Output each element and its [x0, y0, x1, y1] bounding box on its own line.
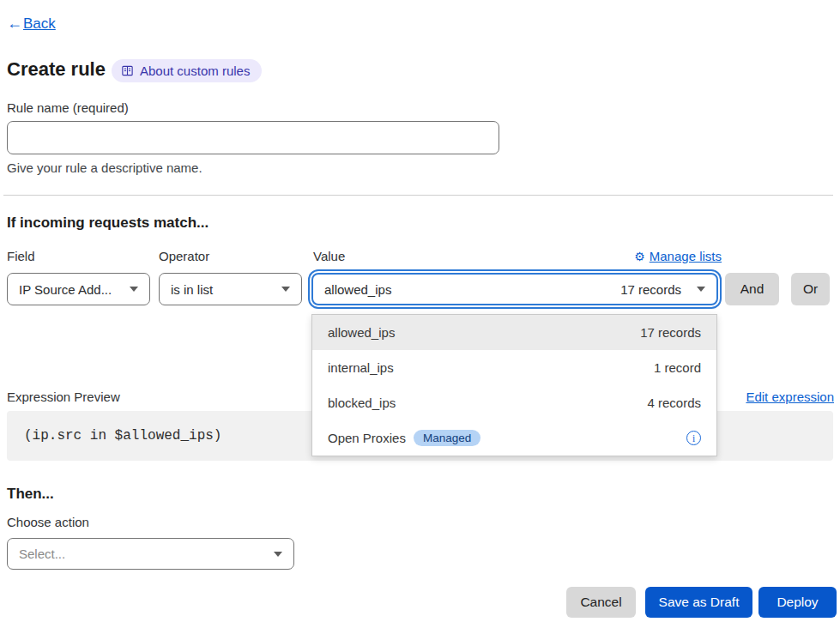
section-divider [3, 195, 833, 196]
manage-lists-link[interactable]: ⚙ Manage lists [566, 249, 722, 263]
value-dropdown-menu: allowed_ips 17 records internal_ips 1 re… [311, 314, 717, 456]
book-icon [121, 64, 134, 77]
expression-preview-label: Expression Preview [7, 389, 120, 404]
list-option-count: 4 records [647, 395, 701, 410]
list-option-count: 1 record [654, 360, 701, 375]
info-icon[interactable]: i [686, 431, 701, 445]
create-rule-page: ←Back Create rule About custom rules Rul… [0, 0, 840, 634]
save-as-draft-button[interactable]: Save as Draft [645, 587, 752, 618]
field-select[interactable]: IP Source Add... [7, 273, 150, 305]
cancel-button[interactable]: Cancel [566, 587, 636, 618]
list-option-name: allowed_ips [328, 325, 395, 340]
field-label: Field [7, 249, 35, 263]
rule-name-label: Rule name (required) [7, 100, 129, 115]
deploy-button[interactable]: Deploy [758, 587, 837, 618]
value-select-count: 17 records [620, 282, 681, 297]
list-option-open-proxies[interactable]: Open Proxies Managed i [312, 420, 716, 456]
manage-lists-label: Manage lists [650, 249, 722, 263]
operator-label: Operator [159, 249, 209, 263]
and-button[interactable]: And [725, 273, 779, 305]
list-option-count: 17 records [640, 325, 701, 340]
back-arrow-icon: ← [7, 15, 22, 33]
or-button[interactable]: Or [791, 273, 830, 305]
page-title: Create rule [7, 58, 106, 81]
about-badge-label: About custom rules [140, 63, 250, 78]
operator-select-value: is in list [171, 282, 213, 297]
value-select[interactable]: allowed_ips 17 records [311, 273, 718, 305]
back-link-label: Back [23, 15, 56, 33]
choose-action-label: Choose action [7, 515, 89, 529]
gear-icon: ⚙ [634, 250, 645, 263]
field-select-value: IP Source Add... [19, 282, 112, 297]
list-option-allowed-ips[interactable]: allowed_ips 17 records [312, 315, 716, 350]
expression-code: (ip.src in $allowed_ips) [24, 428, 221, 444]
then-section-heading: Then... [7, 486, 54, 503]
value-select-name: allowed_ips [324, 282, 391, 297]
chevron-down-icon [697, 287, 705, 292]
edit-expression-link[interactable]: Edit expression [704, 389, 834, 404]
list-option-name: Open Proxies [328, 431, 406, 445]
managed-badge: Managed [414, 430, 480, 446]
action-select-placeholder: Select... [19, 546, 65, 561]
rule-name-helper: Give your rule a descriptive name. [7, 160, 202, 175]
chevron-down-icon [281, 287, 290, 292]
list-option-blocked-ips[interactable]: blocked_ips 4 records [312, 385, 716, 420]
chevron-down-icon [274, 552, 282, 557]
match-section-heading: If incoming requests match... [7, 214, 208, 232]
rule-name-input[interactable] [7, 121, 499, 154]
list-option-name: internal_ips [328, 360, 394, 375]
list-option-internal-ips[interactable]: internal_ips 1 record [312, 350, 716, 385]
value-label: Value [313, 249, 345, 263]
list-option-name: blocked_ips [328, 395, 396, 410]
operator-select[interactable]: is in list [159, 273, 302, 305]
action-select[interactable]: Select... [7, 538, 294, 570]
chevron-down-icon [130, 287, 138, 292]
about-custom-rules-badge[interactable]: About custom rules [112, 59, 262, 82]
back-link[interactable]: ←Back [7, 15, 56, 33]
